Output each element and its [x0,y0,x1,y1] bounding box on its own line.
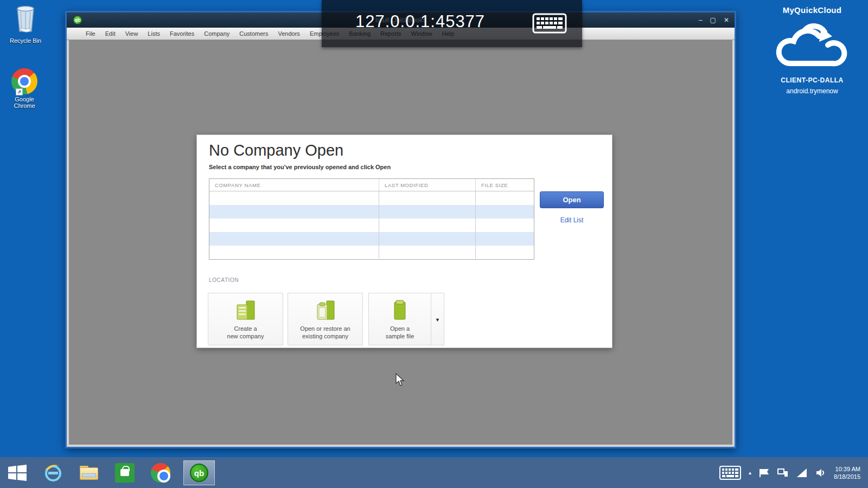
open-restore-icon [313,300,338,322]
internet-explorer-button[interactable] [42,462,64,484]
table-row[interactable] [209,232,534,246]
cloud-logo-icon [766,18,858,74]
menu-item[interactable]: File [81,28,100,40]
windows-logo-icon [8,464,27,481]
table-row[interactable] [209,219,534,232]
menu-item[interactable]: Company [199,28,234,40]
menu-item[interactable]: View [120,28,143,40]
table-row[interactable] [209,246,534,259]
column-divider [379,191,379,259]
myquickcloud-branding: MyQuickCloud CLIENT-PC-DALLA android.try… [766,5,858,95]
volume-icon[interactable] [815,468,826,478]
taskbar-clock[interactable]: 10:39 AM 8/18/2015 [834,465,860,480]
taskbar: qb ▴ [0,457,868,488]
action-label-line1: Open or restore an [288,325,362,332]
show-hidden-icons-button[interactable]: ▴ [749,470,751,476]
store-icon [115,463,135,483]
desktop-icon-recycle-bin[interactable]: Recycle Bin [1,3,50,44]
chrome-icon: ↗ [11,68,37,94]
action-label-line2: new company [208,332,283,340]
quickbooks-taskbar-button[interactable]: qb [183,460,215,485]
sample-file-icon [387,300,412,322]
create-new-company-button[interactable]: Create a new company [208,293,283,345]
quickbooks-icon: qb [190,464,208,482]
sample-file-dropdown-button[interactable]: ▼ [431,293,444,345]
maximize-button[interactable]: ▢ [710,16,716,24]
action-label-line2: existing company [288,332,362,340]
location-label: LOCATION [209,277,239,283]
account-name: android.trymenow [766,87,858,95]
open-restore-company-button[interactable]: Open or restore an existing company [288,293,363,345]
chrome-icon [151,463,170,483]
column-header-file-size: FILE SIZE [475,179,534,191]
dropdown-arrow-icon: ▼ [435,317,440,323]
company-file-table: COMPANY NAME LAST MODIFIED FILE SIZE [209,178,534,260]
column-header-company-name: COMPANY NAME [209,179,379,191]
recycle-bin-icon [1,3,50,36]
file-explorer-icon [80,466,98,480]
keyboard-toggle-icon[interactable] [532,13,567,36]
table-row[interactable] [209,191,534,205]
menu-item[interactable]: Edit [100,28,120,40]
chrome-taskbar-button[interactable] [150,462,171,484]
dialog-subtitle: Select a company that you've previously … [209,164,391,170]
shortcut-arrow-icon: ↗ [16,88,23,95]
column-header-last-modified: LAST MODIFIED [379,179,475,191]
table-row[interactable] [209,205,534,219]
hardware-icon[interactable] [777,468,788,478]
touch-keyboard-icon[interactable] [719,466,741,480]
menu-item[interactable]: Customers [234,28,273,40]
clock-date: 8/18/2015 [834,473,860,480]
menu-item[interactable]: Favorites [165,28,199,40]
no-company-open-dialog: No Company Open Select a company that yo… [196,134,612,348]
desktop-icon-label: Recycle Bin [1,37,50,44]
open-sample-file-button[interactable]: Open a sample file [368,293,431,345]
dialog-title: No Company Open [209,142,343,159]
desktop-icon-label: Google Chrome [5,96,43,109]
computer-name: CLIENT-PC-DALLA [766,76,858,84]
open-button[interactable]: Open [540,191,604,208]
menu-item[interactable]: Lists [143,28,165,40]
minimize-button[interactable]: – [699,16,703,24]
brand-title: MyQuickCloud [766,5,858,15]
column-divider [475,191,476,259]
remote-session-overlay: 127.0.0.1:45377 [322,0,582,47]
file-explorer-button[interactable] [78,462,100,484]
new-company-icon [233,300,258,322]
start-button[interactable] [7,462,28,484]
mouse-cursor [395,373,406,389]
system-tray: ▴ 10:39 AM 8/18/2015 [719,465,868,480]
action-center-icon[interactable] [759,468,770,478]
desktop-icon-google-chrome[interactable]: ↗ Google Chrome [0,68,49,109]
edit-list-link[interactable]: Edit List [540,216,604,224]
menu-item[interactable]: Vendors [273,28,305,40]
action-label-line1: Create a [208,325,283,332]
close-button[interactable]: ✕ [724,16,729,24]
table-header-row: COMPANY NAME LAST MODIFIED FILE SIZE [209,179,534,191]
action-label-line2: sample file [369,332,431,340]
remote-address: 127.0.0.1:45377 [355,12,485,31]
internet-explorer-icon [43,463,63,483]
network-icon[interactable] [796,468,808,478]
windows-store-button[interactable] [114,462,136,484]
action-label-line1: Open a [369,325,431,332]
clock-time: 10:39 AM [834,465,860,473]
